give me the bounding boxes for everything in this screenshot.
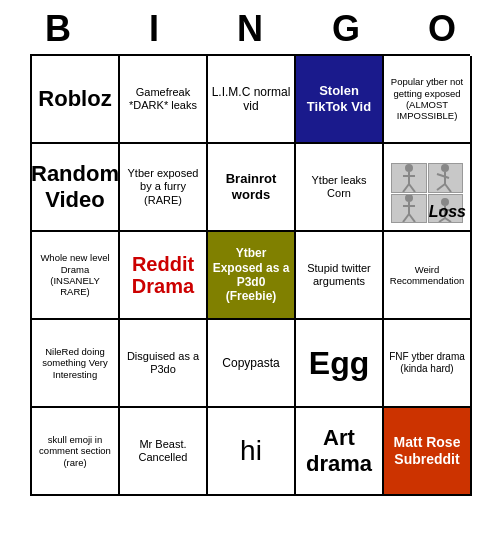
cell-r1c2[interactable]: Brainrot words xyxy=(208,144,296,232)
svg-line-9 xyxy=(445,184,451,192)
cell-r1c3[interactable]: Ytber leaks Corn xyxy=(296,144,384,232)
cell-r3c1[interactable]: Disguised as a P3do xyxy=(120,320,208,408)
bingo-header: B I N G O xyxy=(10,0,490,54)
cell-r2c0[interactable]: Whole new level Drama (INSANELY RARE) xyxy=(32,232,120,320)
cell-r4c3[interactable]: Art drama xyxy=(296,408,384,496)
cell-r1c4[interactable]: Loss xyxy=(384,144,472,232)
svg-line-7 xyxy=(437,174,449,178)
svg-line-13 xyxy=(403,214,409,222)
cell-r1c1[interactable]: Ytber exposed by a furry (RARE) xyxy=(120,144,208,232)
letter-b: B xyxy=(14,8,102,50)
bingo-grid: Robloz Gamefreak *DARK* leaks L.I.M.C no… xyxy=(30,54,470,496)
svg-point-10 xyxy=(405,194,413,202)
letter-i: I xyxy=(110,8,198,50)
cell-r0c2[interactable]: L.I.M.C normal vid xyxy=(208,56,296,144)
cell-r2c2[interactable]: Ytber Exposed as a P3d0 (Freebie) xyxy=(208,232,296,320)
cell-r1c0[interactable]: Random Video xyxy=(32,144,120,232)
cell-r0c1[interactable]: Gamefreak *DARK* leaks xyxy=(120,56,208,144)
cell-r0c3[interactable]: Stolen TikTok Vid xyxy=(296,56,384,144)
letter-o: O xyxy=(398,8,486,50)
svg-line-14 xyxy=(409,214,415,222)
cell-r0c0[interactable]: Robloz xyxy=(32,56,120,144)
cell-r2c1[interactable]: Reddit Drama xyxy=(120,232,208,320)
svg-point-5 xyxy=(441,164,449,172)
letter-n: N xyxy=(206,8,294,50)
svg-line-8 xyxy=(437,184,445,190)
cell-r4c4[interactable]: Matt Rose Subreddit xyxy=(384,408,472,496)
cell-r2c4[interactable]: Weird Recommendation xyxy=(384,232,472,320)
cell-r3c2[interactable]: Copypasta xyxy=(208,320,296,408)
svg-point-0 xyxy=(405,164,413,172)
cell-r4c2[interactable]: hi xyxy=(208,408,296,496)
cell-r3c4[interactable]: FNF ytber drama (kinda hard) xyxy=(384,320,472,408)
cell-r0c4[interactable]: Popular ytber not getting exposed (ALMOS… xyxy=(384,56,472,144)
svg-line-4 xyxy=(409,184,415,192)
cell-r4c1[interactable]: Mr Beast. Cancelled xyxy=(120,408,208,496)
svg-line-3 xyxy=(403,184,409,192)
cell-r4c0[interactable]: skull emoji in comment section (rare) xyxy=(32,408,120,496)
loss-label: Loss xyxy=(429,202,466,221)
cell-r3c3[interactable]: Egg xyxy=(296,320,384,408)
loss-image: Loss xyxy=(386,151,468,223)
cell-r3c0[interactable]: NileRed doing something Very Interesting xyxy=(32,320,120,408)
letter-g: G xyxy=(302,8,390,50)
cell-r2c3[interactable]: Stupid twitter arguments xyxy=(296,232,384,320)
